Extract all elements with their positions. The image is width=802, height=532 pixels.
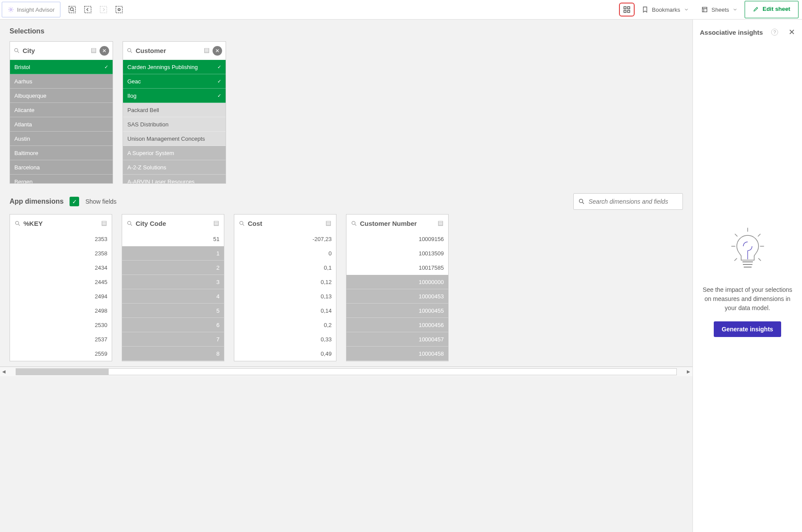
dimension-search[interactable]: [573, 193, 683, 210]
insight-advisor-button[interactable]: Insight Advisor: [2, 2, 60, 17]
list-item[interactable]: 0,1: [234, 261, 336, 275]
list-item[interactable]: Bristol✓: [10, 60, 113, 74]
dimension-card: City Code 5112345678: [122, 214, 224, 361]
smart-search-icon[interactable]: [66, 3, 79, 16]
list-item[interactable]: 2353: [10, 232, 112, 246]
list-item[interactable]: 8: [122, 347, 224, 361]
list-item[interactable]: Aarhus: [10, 74, 113, 89]
list-item[interactable]: Bergen: [10, 175, 113, 183]
list-icon[interactable]: [325, 220, 332, 227]
generate-insights-button[interactable]: Generate insights: [714, 321, 781, 337]
list-icon[interactable]: [90, 47, 97, 54]
close-icon[interactable]: ✕: [789, 27, 795, 37]
list-item[interactable]: A Superior System: [123, 146, 226, 160]
list-item[interactable]: 0,49: [234, 347, 336, 361]
sheets-button[interactable]: Sheets: [696, 3, 743, 17]
list-item[interactable]: A-2-Z Solutions: [123, 160, 226, 175]
list-item[interactable]: 2494: [10, 289, 112, 304]
svg-point-16: [579, 199, 583, 203]
list-item[interactable]: Barcelona: [10, 160, 113, 175]
list-item[interactable]: 2358: [10, 246, 112, 261]
show-fields-label: Show fields: [85, 198, 116, 205]
search-icon[interactable]: [13, 47, 20, 54]
selections-tool-button[interactable]: [619, 3, 635, 17]
dimension-card: Cost -207,2300,10,120,130,140,20,330,49: [234, 214, 336, 361]
check-icon: ✓: [217, 93, 221, 99]
selections-title: Selections: [0, 20, 692, 40]
bookmarks-button[interactable]: Bookmarks: [636, 3, 694, 17]
list-item[interactable]: -207,23: [234, 232, 336, 246]
svg-rect-11: [702, 7, 707, 12]
list-item[interactable]: 10000455: [346, 304, 448, 318]
list-item[interactable]: Alicante: [10, 103, 113, 117]
list-item[interactable]: 10013509: [346, 246, 448, 261]
list-item[interactable]: Ilog✓: [123, 89, 226, 103]
list-item[interactable]: 51: [122, 232, 224, 246]
search-icon[interactable]: [126, 220, 133, 227]
horizontal-scrollbar[interactable]: ◀ ▶: [0, 367, 692, 376]
help-icon[interactable]: ?: [771, 29, 778, 36]
list-item[interactable]: Baltimore: [10, 146, 113, 160]
list-icon[interactable]: [213, 220, 220, 227]
list-item[interactable]: 10000453: [346, 289, 448, 304]
svg-rect-22: [326, 221, 331, 225]
list-item[interactable]: 10000458: [346, 347, 448, 361]
list-icon[interactable]: [437, 220, 444, 227]
list-item[interactable]: 0,12: [234, 275, 336, 289]
list-item[interactable]: 0,2: [234, 318, 336, 332]
list-item[interactable]: 2445: [10, 275, 112, 289]
list-item[interactable]: 0,14: [234, 304, 336, 318]
list-icon[interactable]: [101, 220, 107, 227]
list-item[interactable]: Geac✓: [123, 74, 226, 89]
bookmarks-label: Bookmarks: [652, 7, 680, 13]
search-icon[interactable]: [239, 220, 245, 227]
show-fields-checkbox[interactable]: ✓: [70, 197, 79, 206]
dimension-card: Customer Number 100091561001350910017585…: [346, 214, 449, 361]
scroll-left-icon[interactable]: ◀: [0, 369, 8, 374]
list-item[interactable]: Austin: [10, 132, 113, 146]
list-item[interactable]: SAS Distribution: [123, 117, 226, 132]
list-item[interactable]: 4: [122, 289, 224, 304]
svg-point-12: [15, 49, 18, 52]
list-item[interactable]: Albuquerque: [10, 89, 113, 103]
clear-selection-icon[interactable]: [213, 46, 222, 56]
list-item[interactable]: 2559: [10, 347, 112, 361]
list-item[interactable]: Atlanta: [10, 117, 113, 132]
step-back-icon[interactable]: [81, 3, 94, 16]
list-item[interactable]: 10000457: [346, 332, 448, 347]
list-item[interactable]: 10000000: [346, 275, 448, 289]
list-icon[interactable]: [203, 47, 210, 54]
list-item[interactable]: A-ARVIN Laser Resources: [123, 175, 226, 183]
search-icon[interactable]: [14, 220, 21, 227]
search-icon[interactable]: [351, 220, 357, 227]
search-icon[interactable]: [126, 47, 133, 54]
list-item[interactable]: 0: [234, 246, 336, 261]
list-item[interactable]: 6: [122, 318, 224, 332]
bookmark-icon: [642, 6, 649, 13]
list-item[interactable]: 2537: [10, 332, 112, 347]
list-item[interactable]: 10000456: [346, 318, 448, 332]
list-item[interactable]: 3: [122, 275, 224, 289]
clear-selections-icon[interactable]: [113, 3, 126, 16]
dimension-search-input[interactable]: [589, 198, 678, 205]
scroll-right-icon[interactable]: ▶: [685, 369, 692, 374]
list-item[interactable]: 0,33: [234, 332, 336, 347]
list-item[interactable]: Packard Bell: [123, 103, 226, 117]
list-item[interactable]: Carden Jennings Publishing✓: [123, 60, 226, 74]
list-item[interactable]: Unison Management Concepts: [123, 132, 226, 146]
list-item[interactable]: 1: [122, 246, 224, 261]
associative-insights-panel: Associative insights ? ✕ See the impact …: [692, 20, 802, 532]
svg-rect-15: [205, 49, 209, 53]
list-item[interactable]: 10009156: [346, 232, 448, 246]
list-item[interactable]: 2498: [10, 304, 112, 318]
list-item[interactable]: 2: [122, 261, 224, 275]
list-item[interactable]: 2530: [10, 318, 112, 332]
check-icon: ✓: [217, 79, 221, 84]
list-item[interactable]: 0,13: [234, 289, 336, 304]
list-item[interactable]: 10017585: [346, 261, 448, 275]
clear-selection-icon[interactable]: [100, 46, 109, 56]
list-item[interactable]: 2434: [10, 261, 112, 275]
list-item[interactable]: 5: [122, 304, 224, 318]
edit-sheet-button[interactable]: Edit sheet: [745, 1, 799, 18]
list-item[interactable]: 7: [122, 332, 224, 347]
